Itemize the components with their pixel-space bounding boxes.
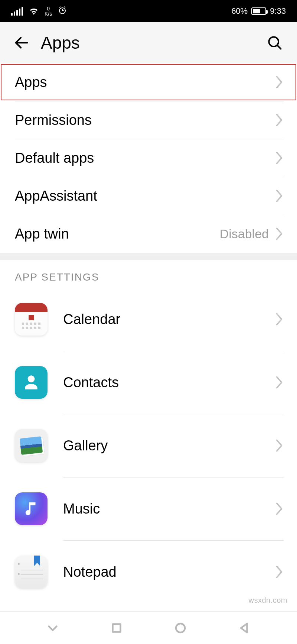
battery-percent-text: 60% <box>231 6 248 16</box>
settings-row-permissions[interactable]: Permissions <box>0 101 297 139</box>
net-speed-indicator: 0 K/s <box>45 6 52 16</box>
settings-row-label: AppAssistant <box>15 188 97 204</box>
triangle-left-icon <box>238 621 251 635</box>
section-divider <box>0 253 297 260</box>
notepad-icon <box>15 556 48 588</box>
chevron-right-icon <box>275 565 284 579</box>
chevron-right-icon <box>275 312 284 326</box>
nav-recent-button[interactable] <box>105 617 128 639</box>
app-row-gallery[interactable]: Gallery <box>0 414 297 477</box>
settings-row-app-twin[interactable]: App twinDisabled <box>0 215 297 253</box>
status-right: 60% 9:33 <box>231 6 286 16</box>
battery-icon <box>251 7 266 15</box>
nav-back-button[interactable] <box>233 617 255 639</box>
chevron-right-icon <box>275 502 284 516</box>
screen: 0 K/s 60% 9:33 Apps <box>0 0 297 644</box>
alarm-icon <box>58 6 67 17</box>
settings-row-label: Default apps <box>15 150 94 166</box>
music-icon <box>15 492 48 525</box>
app-row-music[interactable]: Music <box>0 477 297 540</box>
chevron-right-icon <box>275 227 284 241</box>
status-bar: 0 K/s 60% 9:33 <box>0 0 297 22</box>
app-header: Apps <box>0 22 297 63</box>
nav-home-button[interactable] <box>169 617 192 639</box>
settings-row-default-apps[interactable]: Default apps <box>0 139 297 177</box>
settings-row-label: App twin <box>15 226 69 242</box>
calendar-icon <box>15 303 48 336</box>
settings-row-value: Disabled <box>220 227 269 241</box>
search-icon <box>267 35 283 51</box>
gallery-icon <box>15 429 48 462</box>
settings-row-label: Apps <box>15 74 47 90</box>
app-row-notepad[interactable]: Notepad <box>0 540 297 603</box>
search-button[interactable] <box>264 32 286 54</box>
svg-point-2 <box>176 624 185 632</box>
page-title: Apps <box>41 33 80 53</box>
clock-text: 9:33 <box>270 6 286 16</box>
svg-rect-1 <box>113 624 121 632</box>
signal-icon <box>11 7 23 16</box>
app-row-label: Calendar <box>63 311 120 327</box>
back-button[interactable] <box>10 32 33 54</box>
chevron-down-icon <box>46 621 59 635</box>
settings-row-label: Permissions <box>15 112 92 128</box>
app-row-calendar[interactable]: Calendar <box>0 288 297 351</box>
settings-row-appassistant[interactable]: AppAssistant <box>0 177 297 215</box>
app-row-label: Notepad <box>63 564 117 580</box>
app-row-contacts[interactable]: Contacts <box>0 351 297 414</box>
wifi-icon <box>29 6 39 16</box>
chevron-right-icon <box>275 113 284 127</box>
contacts-icon <box>15 366 48 399</box>
system-nav-bar <box>0 611 297 644</box>
arrow-left-icon <box>13 34 30 51</box>
section-header-app-settings: APP SETTINGS <box>0 260 297 288</box>
app-row-label: Music <box>63 501 100 517</box>
status-left: 0 K/s <box>11 6 67 17</box>
chevron-right-icon <box>275 189 284 203</box>
chevron-right-icon <box>275 151 284 165</box>
chevron-right-icon <box>275 75 284 89</box>
app-row-label: Contacts <box>63 375 119 391</box>
chevron-right-icon <box>275 438 284 453</box>
net-speed-unit: K/s <box>45 11 52 17</box>
nav-hide-button[interactable] <box>42 617 64 639</box>
app-row-label: Gallery <box>63 438 108 454</box>
settings-row-apps[interactable]: Apps <box>0 63 297 101</box>
chevron-right-icon <box>275 375 284 389</box>
watermark-text: wsxdn.com <box>248 596 287 605</box>
app-settings-list: CalendarContactsGalleryMusicNotepad <box>0 288 297 603</box>
circle-icon <box>174 621 187 635</box>
settings-list: AppsPermissionsDefault appsAppAssistantA… <box>0 63 297 253</box>
square-icon <box>110 621 123 635</box>
